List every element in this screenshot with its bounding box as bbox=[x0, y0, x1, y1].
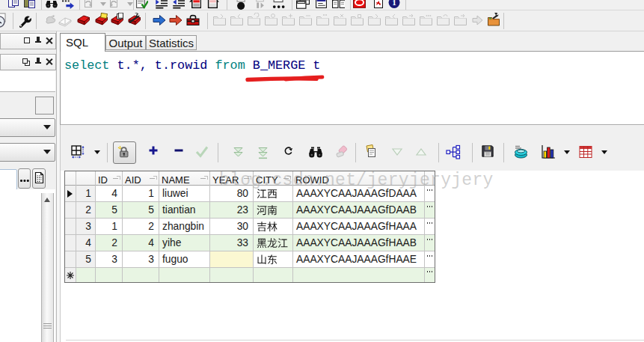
svg-text:1: 1 bbox=[392, 0, 396, 7]
